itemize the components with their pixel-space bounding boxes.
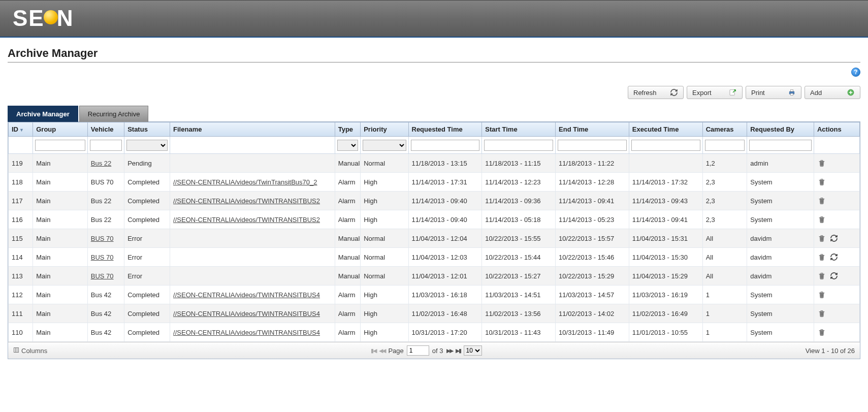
cell-end-time: 10/22/2013 - 15:57 xyxy=(556,229,629,248)
filter-cameras-input[interactable] xyxy=(705,140,745,151)
retry-icon[interactable] xyxy=(829,252,839,262)
page-number-input[interactable] xyxy=(407,345,429,356)
cell-requested-time: 11/18/2013 - 13:15 xyxy=(408,154,482,173)
vehicle-link[interactable]: BUS 70 xyxy=(91,235,114,242)
cell-end-time: 10/22/2013 - 15:29 xyxy=(556,267,629,286)
filename-link[interactable]: //SEON-CENTRALIA/videos/TWINTRANSITBUS4 xyxy=(173,291,320,299)
cell-requested-time: 11/14/2013 - 09:40 xyxy=(408,192,482,210)
filter-row xyxy=(9,137,860,154)
filter-start-input[interactable] xyxy=(484,140,553,151)
col-end-time[interactable]: End Time xyxy=(556,122,629,137)
cell-vehicle: BUS 70 xyxy=(87,248,124,267)
export-icon xyxy=(729,88,737,97)
filename-link[interactable]: //SEON-CENTRALIA/videos/TWINTRANSITBUS2 xyxy=(173,197,320,205)
cell-id: 116 xyxy=(9,210,33,229)
cell-id: 118 xyxy=(9,173,33,192)
cell-group: Main xyxy=(33,229,87,248)
printer-icon xyxy=(788,88,796,97)
col-priority[interactable]: Priority xyxy=(361,122,408,137)
vehicle-link[interactable]: BUS 70 xyxy=(91,272,114,280)
delete-icon[interactable] xyxy=(817,328,826,337)
cell-requested-time: 11/04/2013 - 12:04 xyxy=(408,229,482,248)
filter-priority-select[interactable] xyxy=(363,140,406,151)
cell-actions xyxy=(814,229,859,248)
help-icon[interactable]: ? xyxy=(851,68,860,77)
cell-vehicle: Bus 42 xyxy=(87,304,124,323)
cell-executed-time: 11/02/2013 - 16:49 xyxy=(629,304,702,323)
filter-executed-input[interactable] xyxy=(631,140,700,151)
cell-executed-time xyxy=(629,154,702,173)
cell-status: Completed xyxy=(124,173,170,192)
col-requested-by[interactable]: Requested By xyxy=(747,122,814,137)
add-button[interactable]: Add xyxy=(805,86,860,99)
delete-icon[interactable] xyxy=(817,290,826,299)
cell-id: 119 xyxy=(9,154,33,173)
col-status[interactable]: Status xyxy=(124,122,170,137)
cell-priority: High xyxy=(361,323,408,342)
retry-icon[interactable] xyxy=(829,271,839,280)
table-row: 117MainBus 22Completed//SEON-CENTRALIA/v… xyxy=(9,192,860,210)
col-requested-time[interactable]: Requested Time xyxy=(408,122,482,137)
prev-page-icon[interactable]: ◀◀ xyxy=(379,347,385,354)
filename-link[interactable]: //SEON-CENTRALIA/videos/TWINTRANSITBUS4 xyxy=(173,329,320,336)
filter-group-input[interactable] xyxy=(35,140,85,151)
vehicle-link[interactable]: BUS 70 xyxy=(91,253,114,261)
cell-executed-time: 11/04/2013 - 15:31 xyxy=(629,229,702,248)
page-size-select[interactable]: 10 xyxy=(464,345,482,356)
title-divider xyxy=(8,62,860,62)
cell-actions xyxy=(814,154,859,173)
export-button[interactable]: Export xyxy=(687,86,743,99)
cell-start-time: 10/22/2013 - 15:55 xyxy=(482,229,556,248)
col-executed-time[interactable]: Executed Time xyxy=(629,122,702,137)
cell-id: 112 xyxy=(9,286,33,304)
cell-start-time: 11/03/2013 - 14:51 xyxy=(482,286,556,304)
cell-status: Error xyxy=(124,229,170,248)
retry-icon[interactable] xyxy=(829,234,839,243)
delete-icon[interactable] xyxy=(817,252,826,262)
col-start-time[interactable]: Start Time xyxy=(482,122,556,137)
refresh-button[interactable]: Refresh xyxy=(628,86,684,99)
cell-filename: //SEON-CENTRALIA/videos/TWINTRANSITBUS4 xyxy=(170,286,335,304)
col-vehicle[interactable]: Vehicle xyxy=(87,122,124,137)
filename-link[interactable]: //SEON-CENTRALIA/videos/TWINTRANSITBUS4 xyxy=(173,310,320,318)
cell-cameras: 1 xyxy=(702,304,747,323)
delete-icon[interactable] xyxy=(817,309,826,318)
col-id[interactable]: ID▼ xyxy=(9,122,33,137)
delete-icon[interactable] xyxy=(817,177,826,186)
header-bar: SEN xyxy=(0,0,868,38)
cell-requested-by: System xyxy=(747,286,814,304)
col-filename[interactable]: Filename xyxy=(170,122,335,137)
filter-type-select[interactable] xyxy=(337,140,358,151)
cell-filename: //SEON-CENTRALIA/videos/TWINTRANSITBUS4 xyxy=(170,323,335,342)
columns-chooser[interactable]: Columns xyxy=(13,347,47,355)
delete-icon[interactable] xyxy=(817,215,826,224)
filter-requested-input[interactable] xyxy=(411,140,480,151)
cell-priority: High xyxy=(361,192,408,210)
last-page-icon[interactable]: ▶▮ xyxy=(456,347,461,354)
filter-end-input[interactable] xyxy=(558,140,627,151)
filter-status-select[interactable] xyxy=(126,140,168,151)
col-group[interactable]: Group xyxy=(33,122,87,137)
filter-by-input[interactable] xyxy=(749,140,812,151)
delete-icon[interactable] xyxy=(817,196,826,205)
col-cameras[interactable]: Cameras xyxy=(702,122,747,137)
cell-vehicle: BUS 70 xyxy=(87,267,124,286)
delete-icon[interactable] xyxy=(817,271,826,280)
cell-priority: Normal xyxy=(361,229,408,248)
filename-link[interactable]: //SEON-CENTRALIA/videos/TWINTRANSITBUS2 xyxy=(173,216,320,224)
first-page-icon[interactable]: ▮◀ xyxy=(371,347,376,354)
col-actions[interactable]: Actions xyxy=(814,122,859,137)
print-button[interactable]: Print xyxy=(746,86,801,99)
delete-icon[interactable] xyxy=(817,159,826,168)
cell-group: Main xyxy=(33,248,87,267)
cell-group: Main xyxy=(33,154,87,173)
next-page-icon[interactable]: ▶▶ xyxy=(446,347,453,354)
filter-vehicle-input[interactable] xyxy=(90,140,122,151)
vehicle-link[interactable]: Bus 22 xyxy=(91,160,111,167)
tab-recurring-archive[interactable]: Recurring Archive xyxy=(79,106,149,122)
tab-archive-manager[interactable]: Archive Manager xyxy=(8,106,78,122)
filename-link[interactable]: //SEON-CENTRALIA/videos/TwinTransitBus70… xyxy=(173,178,317,186)
filter-filename-input[interactable] xyxy=(172,140,333,151)
col-type[interactable]: Type xyxy=(335,122,360,137)
delete-icon[interactable] xyxy=(817,234,826,243)
